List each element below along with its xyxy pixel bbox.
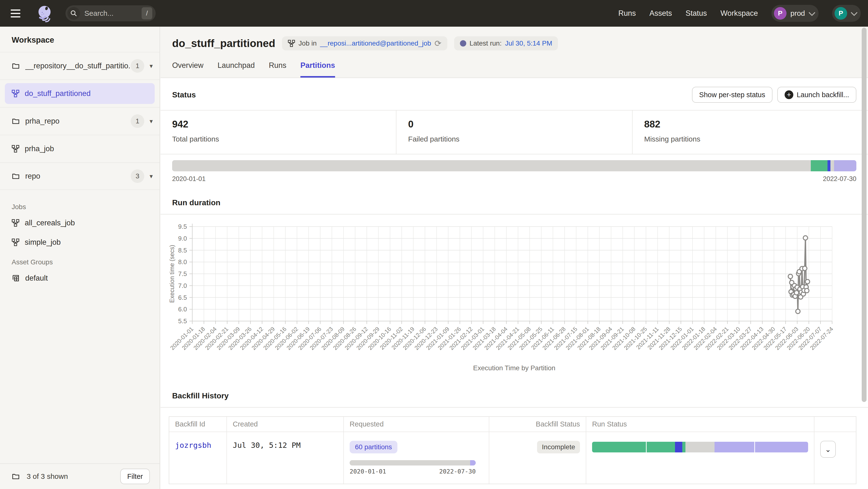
column-header-backfill-id: Backfill Id bbox=[169, 417, 227, 431]
backfill-id-link[interactable]: jozrgsbh bbox=[175, 441, 211, 450]
page-tabs: OverviewLaunchpadRunsPartitions bbox=[172, 61, 856, 77]
job-origin-link[interactable]: __reposi...artitioned@partitioned_job bbox=[320, 39, 431, 47]
sidebar-item-list: __repository__do_stuff_partitio...1▾do_s… bbox=[0, 52, 159, 190]
partitions-content: Status Show per-step status + Launch bac… bbox=[160, 78, 868, 489]
partition-bar-segment bbox=[830, 160, 834, 171]
requested-bar-segment bbox=[470, 460, 476, 465]
execution-time-chart[interactable]: 9.59.08.58.07.57.06.56.05.52020-01-01202… bbox=[160, 215, 854, 379]
column-header-requested: Requested bbox=[344, 417, 489, 431]
top-nav-link-status[interactable]: Status bbox=[686, 9, 707, 18]
dagster-app: Search... / RunsAssetsStatusWorkspace P … bbox=[0, 0, 868, 489]
expand-caret-icon[interactable]: ▾ bbox=[150, 172, 153, 180]
partition-bar-segment bbox=[172, 160, 811, 171]
filter-button[interactable]: Filter bbox=[120, 469, 150, 484]
chart-caption: Execution Time by Partition bbox=[160, 364, 868, 372]
expand-caret-icon[interactable]: ▾ bbox=[150, 118, 153, 125]
asset-group-icon bbox=[12, 274, 20, 282]
top-nav-link-workspace[interactable]: Workspace bbox=[720, 9, 758, 18]
latest-run-link[interactable]: Jul 30, 5:14 PM bbox=[505, 39, 552, 47]
partition-status-bar[interactable] bbox=[172, 160, 856, 171]
sidebar-sections: Jobsall_cereals_jobsimple_jobAsset Group… bbox=[0, 190, 159, 288]
requested-partitions-tag[interactable]: 60 partitions bbox=[350, 441, 397, 453]
deployment-switcher[interactable]: P prod bbox=[772, 5, 818, 22]
expand-caret-icon[interactable]: ▾ bbox=[150, 62, 153, 70]
job-count-badge: 1 bbox=[131, 115, 144, 128]
folder-icon bbox=[12, 172, 20, 180]
svg-text:7.5: 7.5 bbox=[178, 270, 187, 278]
search-placeholder: Search... bbox=[84, 9, 142, 18]
folder-icon bbox=[12, 472, 20, 481]
search-input[interactable]: Search... / bbox=[65, 5, 156, 21]
column-header-run-status: Run Status bbox=[586, 417, 814, 431]
search-icon bbox=[67, 7, 80, 20]
user-menu[interactable]: P bbox=[832, 5, 861, 22]
sidebar-job-simple_job[interactable]: simple_job bbox=[12, 233, 148, 252]
top-nav-link-runs[interactable]: Runs bbox=[618, 9, 636, 18]
reload-icon[interactable]: ⟳ bbox=[434, 39, 441, 47]
sidebar-asset-group-default[interactable]: default bbox=[12, 268, 148, 288]
job-icon bbox=[12, 219, 20, 227]
created-timestamp: Jul 30, 5:12 PM bbox=[233, 441, 301, 450]
requested-progress-bar bbox=[350, 460, 476, 465]
sidebar-item-label: __repository__do_stuff_partitio... bbox=[25, 62, 131, 70]
partition-stats: 942Total partitions0Failed partitions882… bbox=[160, 110, 868, 154]
page-title: do_stuff_partitioned bbox=[172, 37, 275, 50]
latest-run-badge: Latest run: Jul 30, 5:14 PM bbox=[454, 36, 558, 51]
svg-text:6.5: 6.5 bbox=[178, 294, 187, 301]
sidebar-item-repo[interactable]: repo3▾ bbox=[0, 162, 159, 190]
partition-range-end: 2022-07-30 bbox=[823, 175, 856, 183]
backfill-status-tag: Incomplete bbox=[537, 441, 580, 453]
repo-count-text: 3 of 3 shown bbox=[27, 472, 115, 481]
latest-run-label: Latest run: bbox=[470, 39, 502, 47]
sidebar-item-prha-repo[interactable]: prha_repo1▾ bbox=[0, 107, 159, 135]
page-scrollbar[interactable] bbox=[862, 28, 867, 402]
partition-status-bar-section: 2020-01-01 2022-07-30 bbox=[160, 154, 868, 183]
run-status-segment bbox=[592, 442, 646, 452]
tab-launchpad[interactable]: Launchpad bbox=[217, 61, 255, 77]
run-status-bar[interactable] bbox=[592, 442, 808, 452]
job-icon bbox=[288, 40, 295, 47]
column-header-created: Created bbox=[227, 417, 344, 431]
sidebar-item-label: simple_job bbox=[25, 238, 61, 247]
main-panel: do_stuff_partitioned Job in __reposi...a… bbox=[160, 27, 868, 489]
sidebar-item--repository-do-stuff-partitio-[interactable]: __repository__do_stuff_partitio...1▾ bbox=[0, 52, 159, 79]
sidebar-item-selected[interactable]: do_stuff_partitioned bbox=[5, 83, 155, 104]
backfill-table-body: jozrgsbhJul 30, 5:12 PM60 partitions2020… bbox=[169, 431, 856, 484]
top-nav-link-assets[interactable]: Assets bbox=[650, 9, 672, 18]
requested-bar-segment bbox=[350, 460, 470, 465]
launch-backfill-button[interactable]: + Launch backfill... bbox=[777, 87, 856, 103]
svg-text:9.0: 9.0 bbox=[178, 235, 187, 242]
run-status-segment bbox=[647, 442, 675, 452]
sidebar-item-prha-job[interactable]: prha_job bbox=[0, 135, 159, 162]
partition-bar-segment bbox=[811, 160, 828, 171]
run-status-dot bbox=[460, 40, 466, 46]
created-cell: Jul 30, 5:12 PM bbox=[227, 432, 344, 484]
row-expand-button[interactable]: ⌄ bbox=[820, 441, 836, 458]
job-icon bbox=[12, 238, 20, 246]
run-status-segment bbox=[755, 442, 808, 452]
show-per-step-status-button[interactable]: Show per-step status bbox=[692, 87, 772, 103]
stat-label: Failed partitions bbox=[408, 135, 620, 143]
folder-icon bbox=[12, 62, 20, 70]
show-per-step-status-label: Show per-step status bbox=[699, 91, 765, 99]
hamburger-menu-icon[interactable] bbox=[11, 6, 26, 21]
top-nav-links: RunsAssetsStatusWorkspace bbox=[618, 9, 758, 18]
sidebar-job-all_cereals_job[interactable]: all_cereals_job bbox=[12, 213, 148, 233]
requested-date-range: 2020-01-012022-07-30 bbox=[350, 468, 476, 475]
stat-value: 882 bbox=[644, 119, 856, 130]
page-header: do_stuff_partitioned Job in __reposi...a… bbox=[160, 27, 868, 77]
backfill-status-cell: Incomplete bbox=[489, 432, 586, 484]
tab-runs[interactable]: Runs bbox=[269, 61, 286, 77]
deployment-avatar: P bbox=[774, 7, 786, 20]
tab-partitions[interactable]: Partitions bbox=[301, 61, 335, 77]
tab-overview[interactable]: Overview bbox=[172, 61, 204, 77]
partition-bar-segment bbox=[834, 160, 856, 171]
sidebar-item-do-stuff-partitioned: do_stuff_partitioned bbox=[0, 79, 159, 107]
stat-value: 942 bbox=[172, 119, 384, 130]
requested-date: 2022-07-30 bbox=[439, 468, 476, 475]
stat-missing-partitions: 882Missing partitions bbox=[632, 110, 868, 154]
plus-icon: + bbox=[784, 90, 793, 99]
svg-text:6.0: 6.0 bbox=[178, 305, 187, 313]
sidebar-item-label: do_stuff_partitioned bbox=[25, 89, 148, 98]
backfill-history-table: Backfill IdCreatedRequestedBackfill Stat… bbox=[169, 416, 856, 484]
